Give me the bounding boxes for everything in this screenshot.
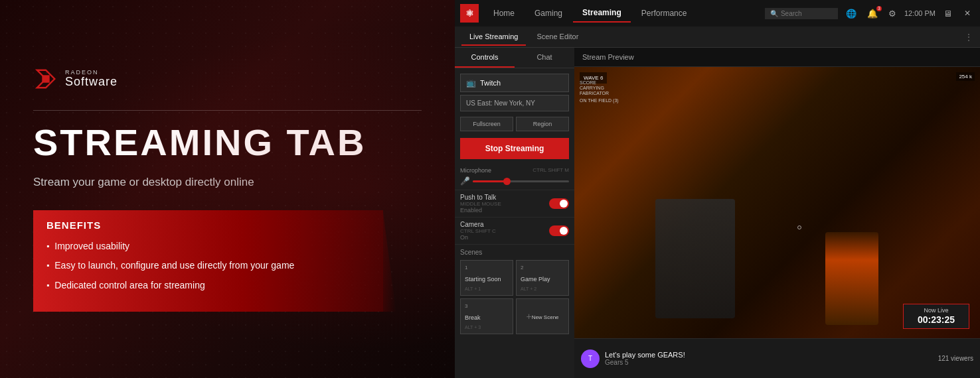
title-bar-right: 🔍 Search 🌐 🔔 3 ⚙ 12:00 PM 🖥 ✕	[765, 7, 975, 20]
microphone-slider-thumb[interactable]	[503, 178, 511, 185]
scene-name-1: Starting Soon	[465, 276, 501, 283]
controls-panel: Controls Chat 📺 Twitch US East: New York…	[455, 48, 574, 378]
sub-nav-scene-editor[interactable]: Scene Editor	[529, 29, 586, 46]
page-title: STREAMING TAB	[33, 124, 422, 161]
monitor-icon[interactable]: 🖥	[941, 7, 955, 20]
notif-badge: 3	[876, 6, 882, 11]
push-to-talk-sub: Enabled	[460, 207, 501, 214]
bullet-3: ▪	[46, 281, 49, 290]
now-live-label: Now Live	[914, 307, 958, 314]
push-to-talk-row: Push to Talk MIDDLE MOUSE Enabled	[455, 190, 574, 217]
bullet-1: ▪	[46, 241, 49, 251]
nav-menu: Home Gaming Streaming Performance	[484, 4, 765, 23]
add-scene-button[interactable]: + New Scene	[516, 298, 569, 334]
benefit-item-1: ▪ Improved usability	[46, 240, 370, 253]
scene-shortcut-3: ALT + 3	[465, 325, 509, 330]
camera-shortcut: CTRL SHIFT C	[460, 228, 496, 234]
scene-card-3[interactable]: 3 Break ALT + 3	[460, 298, 513, 334]
sub-nav-live-streaming[interactable]: Live Streaming	[461, 29, 526, 46]
add-icon: +	[526, 311, 531, 322]
server-select[interactable]: US East: New York, NY	[460, 95, 569, 111]
microphone-slider[interactable]	[473, 180, 569, 182]
nav-home[interactable]: Home	[484, 5, 524, 22]
region-button[interactable]: Region	[516, 117, 569, 131]
search-icon: 🔍	[770, 10, 778, 17]
globe-icon[interactable]: 🌐	[843, 7, 859, 20]
channel-game: Gears 5	[605, 359, 933, 366]
search-box[interactable]: 🔍 Search	[765, 8, 838, 19]
platform-select[interactable]: 📺 Twitch	[460, 74, 569, 92]
score-label: SCORE	[580, 80, 619, 85]
scene-shortcut-2: ALT + 2	[521, 286, 564, 291]
benefit-text-3: Dedicated control area for streaming	[54, 279, 204, 292]
platform-label: Twitch	[480, 79, 501, 87]
scene-name-2: Game Play	[521, 276, 550, 283]
scenes-grid: 1 Starting Soon ALT + 1 2 Game Play ALT …	[460, 260, 569, 334]
viewers-count: 121 viewers	[938, 355, 973, 362]
game-background	[574, 67, 980, 338]
game-figure-1	[655, 199, 735, 318]
now-live-time: 00:23:25	[918, 314, 955, 325]
main-content: Controls Chat 📺 Twitch US East: New York…	[455, 48, 980, 378]
nav-gaming[interactable]: Gaming	[525, 5, 572, 22]
scene-card-1[interactable]: 1 Starting Soon ALT + 1	[460, 260, 513, 296]
scene-name-3: Break	[465, 314, 481, 321]
divider	[33, 110, 422, 111]
camera-info: Camera CTRL SHIFT C On	[460, 221, 496, 241]
close-button[interactable]: ✕	[960, 7, 975, 19]
channel-icon: T	[581, 349, 600, 368]
now-live-box: Now Live 00:23:25	[903, 304, 969, 329]
time-display: 12:00 PM	[904, 9, 936, 17]
tab-controls[interactable]: Controls	[455, 48, 515, 68]
settings-icon[interactable]: ⚙	[886, 7, 899, 20]
new-scene-label: New Scene	[532, 314, 559, 320]
benefit-text-2: Easy to launch, configure and use direct…	[54, 259, 294, 273]
benefit-item-2: ▪ Easy to launch, configure and use dire…	[46, 259, 370, 273]
twitch-icon: 📺	[466, 78, 476, 88]
microphone-shortcut: CTRL SHIFT M	[532, 167, 569, 174]
streaming-subtitle: Stream your game or desktop directly onl…	[33, 174, 422, 190]
channel-info: Let's play some GEARS! Gears 5	[605, 351, 933, 366]
right-panel: ⚛ Home Gaming Streaming Performance 🔍 Se…	[455, 0, 980, 378]
bullet-2: ▪	[46, 261, 49, 270]
controls-tabs: Controls Chat	[455, 48, 574, 68]
camera-sub: On	[460, 234, 496, 241]
amd-text-block: RADEON Software	[65, 70, 118, 88]
microphone-slider-fill	[473, 180, 507, 182]
benefits-box: BENEFITS ▪ Improved usability ▪ Easy to …	[33, 210, 383, 312]
amd-software-label: Software	[65, 76, 118, 88]
notification-icon[interactable]: 🔔 3	[864, 7, 880, 20]
tab-chat[interactable]: Chat	[515, 48, 574, 68]
scene-shortcut-1: ALT + 1	[465, 286, 509, 291]
screen-controls: Fullscreen Region	[460, 117, 569, 131]
camera-label: Camera	[460, 221, 496, 228]
more-options-icon[interactable]: ⋮	[964, 32, 973, 42]
scene-num-2: 2	[521, 265, 564, 271]
benefit-text-1: Improved usability	[54, 240, 129, 253]
fullscreen-button[interactable]: Fullscreen	[460, 117, 513, 131]
microphone-label: Microphone CTRL SHIFT M	[460, 167, 569, 174]
game-fps-hud: 254 k	[956, 72, 975, 81]
push-to-talk-toggle[interactable]	[549, 198, 569, 209]
camera-row: Camera CTRL SHIFT C On	[455, 217, 574, 244]
game-score-hud: SCORE CARRYING FABRICATOR ON THE FIELD (…	[580, 80, 619, 103]
preview-header: Stream Preview	[574, 48, 980, 67]
nav-performance[interactable]: Performance	[632, 5, 696, 22]
scenes-row-1: 1 Starting Soon ALT + 1 2 Game Play ALT …	[460, 260, 569, 296]
game-figure-2	[825, 232, 878, 325]
microphone-slider-row: 🎤	[460, 176, 569, 186]
preview-bottom: T Let's play some GEARS! Gears 5 121 vie…	[574, 338, 980, 378]
on-field-label: ON THE FIELD (3)	[580, 98, 619, 103]
scene-card-2[interactable]: 2 Game Play ALT + 2	[516, 260, 569, 296]
push-to-talk-label: Push to Talk	[460, 194, 501, 201]
carrying-label: CARRYING	[580, 86, 619, 90]
amd-logo-svg	[33, 66, 58, 92]
scene-num-3: 3	[465, 303, 509, 309]
scenes-label: Scenes	[460, 249, 569, 256]
scenes-row-2: 3 Break ALT + 3 + New Scene	[460, 298, 569, 334]
stop-streaming-button[interactable]: Stop Streaming	[460, 138, 569, 159]
channel-title: Let's play some GEARS!	[605, 351, 933, 359]
nav-streaming[interactable]: Streaming	[573, 4, 631, 23]
search-placeholder: Search	[781, 10, 802, 17]
camera-toggle[interactable]	[549, 225, 569, 236]
